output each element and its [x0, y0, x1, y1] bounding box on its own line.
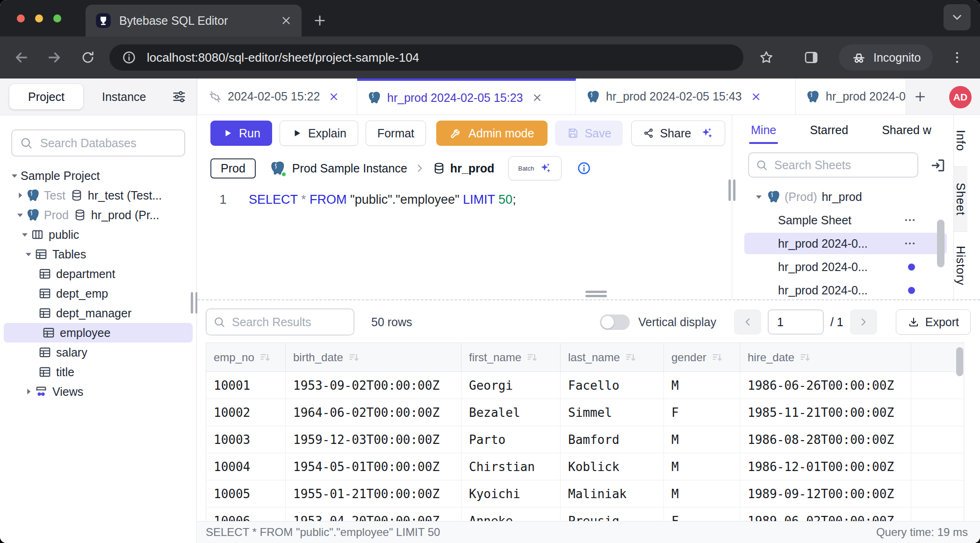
tree-item-hr_prodpr[interactable]: Prodhr_prod (Pr...	[0, 205, 196, 225]
browser-menu-icon[interactable]	[950, 50, 965, 65]
table-row[interactable]: 100011953-09-02T00:00:00ZGeorgiFacelloM1…	[206, 372, 964, 399]
sql-statement[interactable]: SELECT * FROM "public"."employee" LIMIT …	[249, 193, 516, 207]
editor-tab[interactable]: hr_prod 2024-02-05 15:43	[576, 79, 796, 114]
column-header-emp_no[interactable]: emp_no	[206, 343, 286, 372]
column-header-first_name[interactable]: first_name	[461, 343, 561, 372]
tab-search-button[interactable]	[944, 4, 971, 30]
column-header-hire_date[interactable]: hire_date	[740, 343, 911, 372]
window-controls[interactable]	[17, 14, 61, 22]
tree-expander-icon[interactable]	[19, 229, 31, 241]
side-tab-info[interactable]: Info	[954, 115, 967, 166]
instance-name[interactable]: Prod Sample Instance	[292, 162, 407, 175]
sheets-tab-mine[interactable]: Mine	[751, 115, 776, 145]
tree-item-department[interactable]: department	[0, 264, 196, 284]
side-tab-history[interactable]: History	[954, 232, 967, 299]
tree-item-dept_manager[interactable]: dept_manager	[0, 303, 196, 323]
panel-resize-handle[interactable]	[728, 179, 735, 201]
new-sheet-button[interactable]	[906, 79, 934, 114]
table-row[interactable]: 100051955-01-21T00:00:00ZKyoichiMaliniak…	[206, 480, 964, 507]
new-tab-button[interactable]	[312, 13, 327, 28]
search-results-input[interactable]	[231, 315, 347, 329]
tree-expander-icon[interactable]	[753, 191, 765, 203]
save-button[interactable]: Save	[555, 121, 623, 146]
tree-item-title[interactable]: title	[0, 362, 196, 382]
tab-project[interactable]: Project	[9, 84, 83, 109]
tree-expander-icon[interactable]	[8, 170, 21, 182]
sidebar-resize-handle[interactable]	[191, 292, 198, 314]
sheet-search[interactable]	[748, 152, 918, 178]
sheet-scrollbar[interactable]	[937, 220, 944, 267]
info-icon[interactable]	[576, 161, 591, 176]
bookmark-star-icon[interactable]	[758, 50, 774, 65]
vertical-display-toggle[interactable]	[600, 314, 630, 330]
sheet-item[interactable]: hr_prod 2024-0...	[737, 279, 953, 299]
share-button[interactable]: Share	[631, 121, 725, 146]
tree-item-tables[interactable]: Tables	[0, 244, 196, 264]
sql-code-area[interactable]: 1 SELECT * FROM "public"."employee" LIMI…	[197, 186, 732, 299]
sheets-tab-starred[interactable]: Starred	[810, 115, 848, 145]
sort-icon[interactable]	[625, 351, 637, 364]
tree-item-public[interactable]: public	[0, 225, 196, 244]
sheet-item[interactable]: Sample Sheet	[737, 208, 953, 232]
search-databases-input[interactable]	[39, 136, 177, 150]
table-row[interactable]: 100031959-12-03T00:00:00ZPartoBamfordM19…	[206, 426, 964, 453]
explain-button[interactable]: Explain	[280, 121, 358, 146]
table-scrollbar[interactable]	[956, 347, 963, 376]
table-row[interactable]: 100041954-05-01T00:00:00ZChirstianKoblic…	[206, 453, 964, 480]
search-sheets-input[interactable]	[773, 158, 911, 172]
tree-item-hr_testtest[interactable]: Testhr_test (Test...	[0, 186, 196, 205]
sheet-menu-icon[interactable]	[903, 213, 917, 227]
back-button[interactable]	[13, 49, 30, 66]
minimize-window-button[interactable]	[35, 14, 43, 22]
sheets-tab-shared-w[interactable]: Shared w	[882, 115, 931, 145]
tree-item-dept_emp[interactable]: dept_emp	[0, 284, 196, 303]
prev-page-button[interactable]	[734, 309, 761, 335]
tree-item-views[interactable]: Views	[0, 382, 196, 401]
reload-button[interactable]	[80, 50, 95, 65]
column-header-gender[interactable]: gender	[664, 343, 740, 372]
page-number-input[interactable]	[768, 309, 824, 335]
sheet-menu-icon[interactable]	[903, 236, 917, 250]
side-tab-sheet[interactable]: Sheet	[954, 166, 967, 232]
editor-tab[interactable]: hr_prod 2024-02-05 15:23	[357, 79, 576, 114]
sort-icon[interactable]	[526, 351, 538, 364]
admin-mode-button[interactable]: Admin mode	[436, 121, 548, 146]
editor-tab[interactable]: 2024-02-05 15:22	[197, 79, 357, 114]
browser-tab[interactable]: Bytebase SQL Editor	[86, 5, 302, 36]
avatar[interactable]: AD	[949, 86, 972, 108]
tree-expander-icon[interactable]	[14, 189, 26, 201]
tree-expander-icon[interactable]	[22, 386, 35, 398]
close-tab-icon[interactable]	[750, 91, 762, 102]
sort-icon[interactable]	[348, 351, 360, 364]
address-bar[interactable]: localhost:8080/sql-editor/sheet/project-…	[109, 44, 743, 71]
export-button[interactable]: Export	[896, 309, 971, 335]
sheet-group[interactable]: (Prod)hr_prod	[737, 185, 953, 208]
site-info-icon[interactable]	[122, 50, 137, 65]
column-header-birth_date[interactable]: birth_date	[286, 343, 461, 372]
sheet-item[interactable]: hr_prod 2024-0...	[737, 232, 953, 255]
tree-item-salary[interactable]: salary	[0, 343, 196, 362]
filter-settings-icon[interactable]	[171, 89, 187, 105]
close-tab-icon[interactable]	[328, 91, 339, 102]
table-row[interactable]: 100021964-06-02T00:00:00ZBezalelSimmelF1…	[206, 399, 964, 426]
sort-icon[interactable]	[711, 351, 723, 364]
tab-instance[interactable]: Instance	[102, 90, 146, 104]
side-panel-icon[interactable]	[803, 50, 819, 65]
forward-button[interactable]	[46, 49, 63, 66]
tree-expander-icon[interactable]	[14, 209, 26, 221]
close-tab-icon[interactable]	[532, 92, 543, 103]
import-sheet-icon[interactable]	[930, 157, 946, 174]
editor-tab[interactable]: hr_prod 2024-0	[796, 79, 906, 114]
results-search[interactable]	[206, 308, 354, 336]
table-row[interactable]: 100061953-04-20T00:00:00ZAnnekePreusigF1…	[206, 507, 964, 521]
maximize-window-button[interactable]	[53, 14, 61, 22]
format-button[interactable]: Format	[366, 121, 426, 146]
database-name[interactable]: hr_prod	[450, 162, 494, 175]
next-page-button[interactable]	[850, 309, 877, 335]
column-header-last_name[interactable]: last_name	[561, 343, 664, 372]
close-tab-icon[interactable]	[280, 14, 292, 27]
results-resize-handle[interactable]	[585, 291, 607, 299]
sheet-item[interactable]: hr_prod 2024-0...	[737, 255, 953, 279]
close-window-button[interactable]	[17, 14, 25, 22]
sort-icon[interactable]	[259, 351, 271, 364]
